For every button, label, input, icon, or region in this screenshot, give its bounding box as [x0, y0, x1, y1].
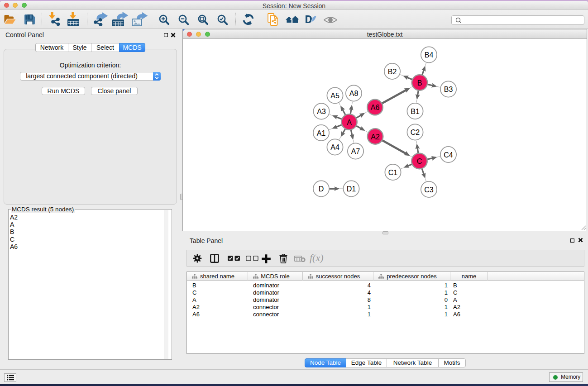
svg-text:A7: A7 [351, 148, 360, 155]
svg-text:D1: D1 [347, 185, 356, 193]
svg-text:C2: C2 [411, 129, 420, 136]
svg-text:B1: B1 [411, 108, 420, 115]
svg-text:C4: C4 [444, 151, 453, 159]
svg-text:B: B [417, 79, 422, 87]
svg-text:D: D [319, 185, 324, 193]
svg-text:B3: B3 [444, 86, 453, 93]
svg-text:A1: A1 [317, 129, 326, 137]
svg-text:A6: A6 [371, 104, 380, 111]
svg-text:A3: A3 [317, 108, 326, 115]
svg-text:B2: B2 [388, 68, 397, 76]
svg-text:A: A [347, 119, 352, 126]
svg-text:A8: A8 [349, 90, 359, 97]
svg-text:A5: A5 [330, 92, 339, 100]
svg-text:A2: A2 [371, 133, 380, 141]
svg-text:B4: B4 [425, 51, 434, 59]
svg-text:C: C [417, 157, 422, 165]
svg-text:C1: C1 [388, 169, 398, 176]
svg-text:A4: A4 [330, 143, 339, 151]
svg-text:C3: C3 [424, 186, 434, 194]
